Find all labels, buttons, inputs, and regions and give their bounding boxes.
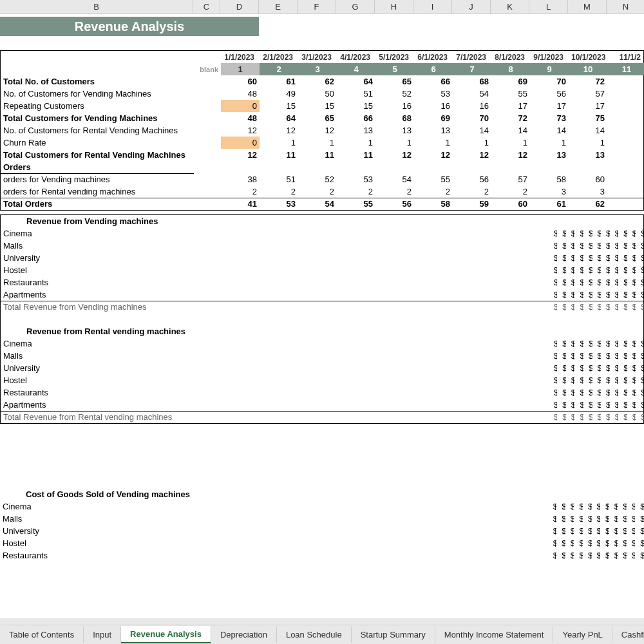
data-cell[interactable]: $220 (592, 500, 601, 513)
data-cell[interactable]: $240 (548, 513, 557, 525)
data-cell[interactable]: $- (610, 386, 619, 399)
data-cell[interactable]: $1,530 (601, 240, 610, 252)
data-cell[interactable]: 62 (569, 198, 607, 210)
data-cell[interactable]: $ (636, 411, 644, 423)
col-header-E[interactable]: E (259, 0, 298, 14)
data-cell[interactable]: $- (627, 386, 636, 399)
data-cell[interactable] (607, 185, 644, 198)
data-cell[interactable]: 12 (221, 124, 260, 137)
data-cell[interactable]: $880 (583, 252, 592, 264)
col-header-F[interactable]: F (298, 0, 336, 14)
data-cell[interactable]: $- (549, 362, 558, 374)
data-cell[interactable]: 17 (569, 100, 607, 112)
data-cell[interactable]: 60 (491, 198, 530, 210)
data-cell[interactable]: 53 (260, 198, 298, 210)
data-cell[interactable]: 16 (375, 100, 414, 112)
period-cell[interactable]: 3 (298, 63, 337, 75)
data-cell[interactable]: $- (583, 386, 592, 399)
period-cell[interactable]: 2 (260, 63, 298, 75)
data-cell[interactable]: $340 (609, 513, 618, 525)
data-cell[interactable]: 73 (530, 112, 569, 124)
data-cell[interactable]: $1,2 (636, 227, 644, 240)
col-header-I[interactable]: I (413, 0, 452, 14)
period-cell[interactable]: 5 (375, 63, 414, 75)
data-cell[interactable]: $20 (618, 362, 627, 374)
data-cell[interactable]: $20 (592, 350, 601, 362)
data-cell[interactable]: $40 (548, 549, 557, 562)
data-cell[interactable]: $20 (549, 350, 558, 362)
data-cell[interactable]: $770 (592, 264, 601, 276)
data-cell[interactable]: 14 (530, 124, 569, 137)
data-cell[interactable]: 2 (491, 185, 530, 198)
period-cell[interactable]: 7 (453, 63, 491, 75)
data-cell[interactable]: $770 (574, 264, 583, 276)
data-cell[interactable]: $ (636, 386, 644, 399)
data-cell[interactable]: 2 (221, 185, 260, 198)
data-cell[interactable]: $- (601, 362, 610, 374)
data-cell[interactable]: $200 (565, 500, 574, 513)
data-cell[interactable]: $200 (556, 537, 565, 549)
data-cell[interactable]: $150 (627, 289, 636, 301)
data-cell[interactable]: 3 (530, 185, 569, 198)
data-cell[interactable]: $- (557, 362, 566, 374)
sheet-tab[interactable]: Revenue Analysis (121, 626, 211, 643)
data-cell[interactable]: $2 (635, 500, 644, 513)
data-cell[interactable]: $- (583, 399, 592, 411)
data-cell[interactable]: $880 (592, 252, 601, 264)
data-cell[interactable]: $20 (618, 350, 627, 362)
data-cell[interactable]: 65 (298, 112, 337, 124)
data-cell[interactable]: 58 (414, 198, 453, 210)
data-cell[interactable]: 1 (491, 137, 530, 149)
data-cell[interactable]: 11 (298, 149, 337, 161)
data-cell[interactable]: $2 (635, 525, 644, 537)
data-cell[interactable]: $150 (601, 276, 610, 289)
data-cell[interactable]: $700 (566, 264, 575, 276)
data-cell[interactable]: $- (627, 399, 636, 411)
data-cell[interactable]: $4,150 (557, 301, 566, 313)
data-cell[interactable]: $60 (600, 549, 609, 562)
data-cell[interactable]: $20 (618, 374, 627, 386)
data-cell[interactable]: 2 (260, 185, 298, 198)
data-cell[interactable]: 1 (337, 137, 375, 149)
data-cell[interactable]: 64 (337, 75, 375, 88)
data-cell[interactable]: 54 (453, 88, 491, 100)
data-cell[interactable]: $880 (610, 252, 619, 264)
data-cell[interactable]: $- (583, 374, 592, 386)
col-header-H[interactable]: H (375, 0, 413, 14)
data-cell[interactable]: $1 (636, 276, 644, 289)
data-cell[interactable]: $220 (583, 537, 592, 549)
data-cell[interactable]: 1 (260, 137, 298, 149)
data-cell[interactable]: $20 (557, 350, 566, 362)
data-cell[interactable]: $60 (627, 549, 636, 562)
data-cell[interactable]: $1,100 (592, 227, 601, 240)
data-cell[interactable]: $150 (592, 289, 601, 301)
data-cell[interactable]: $20 (601, 350, 610, 362)
data-cell[interactable]: 61 (260, 75, 298, 88)
period-cell[interactable]: 1 (221, 63, 260, 75)
data-cell[interactable]: $150 (618, 276, 627, 289)
data-cell[interactable]: $60 (618, 549, 627, 562)
data-cell[interactable]: $- (610, 374, 619, 386)
data-cell[interactable]: $1,100 (601, 227, 610, 240)
data-cell[interactable]: 1 (453, 137, 491, 149)
data-cell[interactable] (607, 75, 644, 88)
data-cell[interactable]: $340 (600, 513, 609, 525)
data-cell[interactable]: 68 (375, 112, 414, 124)
data-cell[interactable]: 12 (221, 149, 260, 161)
data-cell[interactable]: 59 (453, 198, 491, 210)
data-cell[interactable]: $1,440 (583, 240, 592, 252)
data-cell[interactable]: $2 (635, 537, 644, 549)
data-cell[interactable]: $20 (627, 374, 636, 386)
data-cell[interactable]: $1,080 (549, 240, 558, 252)
data-cell[interactable]: 75 (569, 112, 607, 124)
period-cell[interactable]: 6 (414, 63, 453, 75)
data-cell[interactable]: $700 (557, 264, 566, 276)
data-cell[interactable]: 1 (414, 137, 453, 149)
data-cell[interactable]: $1,530 (610, 240, 619, 252)
data-cell[interactable]: $- (583, 362, 592, 374)
data-cell[interactable]: $1,440 (574, 240, 583, 252)
data-cell[interactable]: $- (549, 399, 558, 411)
data-cell[interactable]: $200 (556, 500, 565, 513)
data-cell[interactable]: 0 (221, 100, 260, 112)
data-cell[interactable]: $320 (583, 513, 592, 525)
